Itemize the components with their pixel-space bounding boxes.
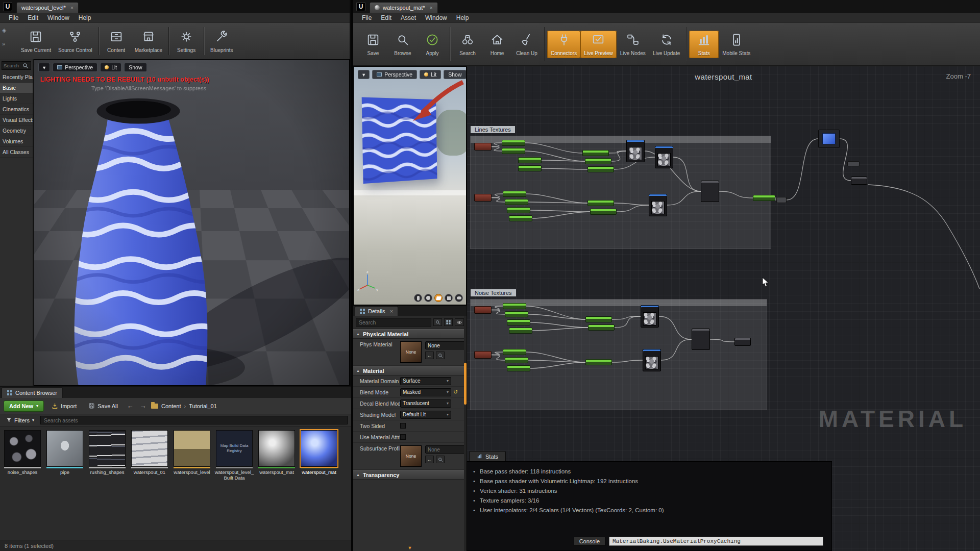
graph-node-green[interactable] — [582, 150, 609, 156]
dropdown-shading-model[interactable]: Default Lit▾ — [400, 411, 451, 419]
graph-node-tex[interactable] — [643, 349, 661, 371]
toolbar-button-mobile-stats[interactable]: Mobile Stats — [719, 31, 754, 58]
viewport-lit-button[interactable]: Lit — [100, 63, 121, 72]
toolbar-button-live-nodes[interactable]: Live Nodes — [617, 31, 649, 58]
graph-node-green[interactable] — [507, 319, 530, 325]
toolbar-button-content[interactable]: Content — [102, 28, 131, 55]
breadcrumb-path[interactable]: Tutorial_01 — [189, 403, 217, 409]
menu-asset[interactable]: Asset — [396, 13, 421, 22]
toolbar-button-settings[interactable]: Settings — [172, 28, 201, 55]
menu-window[interactable]: Window — [421, 13, 452, 22]
use-selected-icon[interactable]: ← — [425, 352, 434, 359]
asset-tile-waterspout-mat[interactable]: waterspout_mat — [257, 430, 297, 481]
console-button[interactable]: Console — [574, 537, 605, 546]
viewport-lit-button[interactable]: Lit — [420, 70, 441, 79]
sphere-shape-button[interactable] — [424, 294, 432, 302]
graph-node-green[interactable] — [502, 140, 525, 146]
plane-shape-button[interactable] — [434, 294, 443, 302]
graph-node-green[interactable] — [590, 209, 617, 215]
pin-icon[interactable]: ◈ — [2, 27, 6, 34]
checkbox-two-sided[interactable] — [400, 423, 406, 429]
graph-node-green[interactable] — [502, 148, 525, 154]
browse-to-asset-icon[interactable] — [436, 352, 445, 359]
forward-arrow-icon[interactable]: → — [138, 402, 148, 411]
tab-waterspout-level[interactable]: waterspout_level* × — [16, 2, 79, 13]
graph-node-green[interactable] — [753, 195, 775, 201]
teapot-shape-button[interactable] — [455, 294, 463, 302]
dropdown-blend-mode[interactable]: Masked▾ — [400, 388, 451, 396]
asset-search-input[interactable] — [40, 416, 348, 424]
toolbar-button-browse[interactable]: Browse — [388, 31, 418, 58]
sidebar-item-lights[interactable]: Lights — [0, 93, 33, 104]
menu-edit[interactable]: Edit — [376, 13, 396, 22]
graph-node-tex[interactable] — [641, 305, 659, 328]
tab-stats[interactable]: Stats — [469, 451, 506, 461]
browse-to-asset-icon[interactable] — [436, 456, 445, 463]
tab-content-browser[interactable]: Content Browser — [2, 387, 63, 398]
graph-node-green[interactable] — [585, 158, 611, 164]
graph-node-green[interactable] — [503, 191, 526, 197]
asset-tile-rushing-shapes[interactable]: rushing_shapes — [87, 430, 127, 481]
section-header-transparency[interactable]: ▲Transparency — [353, 470, 467, 480]
graph-node-green[interactable] — [518, 157, 542, 163]
asset-tile-waterspout-mat[interactable]: waterspout_mat — [299, 430, 339, 481]
graph-node-green[interactable] — [509, 328, 532, 334]
menu-window[interactable]: Window — [43, 13, 74, 22]
dropdown-decal-blend-mode[interactable]: Translucent▾ — [400, 399, 451, 408]
toolbar-button-stats[interactable]: Stats — [689, 31, 719, 58]
graph-node-gray[interactable] — [776, 197, 787, 203]
console-input[interactable] — [609, 537, 823, 546]
graph-node-tex[interactable] — [649, 194, 667, 216]
sidebar-item-visual-effects[interactable]: Visual Effects — [0, 115, 33, 126]
overflow-chevron-icon[interactable]: » — [2, 41, 6, 47]
asset-tile-pipe[interactable]: pipe — [45, 430, 85, 481]
checkbox-use-material-attributes[interactable] — [400, 434, 406, 440]
filters-button[interactable]: Filters ▾ — [4, 416, 37, 424]
tab-waterspout-mat[interactable]: waterspout_mat* × — [370, 2, 438, 13]
dropdown-material-domain[interactable]: Surface▾ — [400, 377, 451, 385]
graph-node-gray[interactable] — [847, 161, 860, 166]
section-header-physical-material[interactable]: ▲Physical Material — [353, 329, 467, 339]
dropdown-phys-material[interactable]: None▾ — [425, 341, 467, 349]
menu-file[interactable]: File — [357, 13, 376, 22]
graph-node-red[interactable] — [474, 143, 492, 151]
toolbar-button-live-update[interactable]: Live Update — [649, 31, 683, 58]
asset-tile-waterspout-level[interactable]: waterspout_level — [172, 430, 212, 481]
toolbar-button-connectors[interactable]: Connectors — [547, 31, 580, 58]
close-icon[interactable]: × — [70, 5, 74, 11]
graph-node-green[interactable] — [585, 359, 612, 365]
save-all-button[interactable]: Save All — [84, 400, 122, 412]
toolbar-button-live-preview[interactable]: Live Preview — [580, 31, 617, 58]
column-view-icon[interactable] — [444, 318, 453, 326]
viewport-options-button[interactable]: ▾ — [38, 63, 50, 72]
sidebar-item-recently-placed[interactable]: Recently Placed — [0, 72, 33, 83]
graph-node-green[interactable] — [587, 166, 614, 172]
graph-node-green[interactable] — [507, 207, 530, 213]
graph-node-green[interactable] — [518, 165, 542, 171]
more-content-icon[interactable]: ▼ — [408, 545, 412, 550]
graph-node-green[interactable] — [503, 303, 526, 309]
toolbar-button-apply[interactable]: Apply — [418, 31, 447, 58]
graph-node-out[interactable] — [818, 130, 840, 148]
asset-tile-noise-shapes[interactable]: noise_shapes — [3, 430, 42, 481]
viewport-show-button[interactable]: Show — [124, 63, 146, 72]
graph-node-green[interactable] — [587, 200, 614, 206]
close-icon[interactable]: × — [430, 5, 433, 11]
modes-search-input[interactable] — [2, 63, 22, 68]
close-icon[interactable]: × — [390, 308, 393, 314]
graph-node-green[interactable] — [585, 316, 612, 322]
graph-node-green[interactable] — [505, 311, 528, 317]
viewport-perspective-button[interactable]: Perspective — [53, 63, 97, 72]
section-header-material[interactable]: ▲Material — [353, 366, 467, 375]
tab-details[interactable]: Details × — [355, 306, 398, 316]
menu-edit[interactable]: Edit — [23, 13, 43, 22]
sidebar-item-cinematics[interactable]: Cinematics — [0, 104, 33, 115]
search-icon[interactable] — [433, 318, 442, 326]
toolbar-button-save-current[interactable]: Save Current — [17, 28, 55, 55]
toolbar-button-marketplace[interactable]: Marketplace — [131, 28, 166, 55]
back-arrow-icon[interactable]: ← — [126, 402, 135, 411]
sidebar-item-volumes[interactable]: Volumes — [0, 136, 33, 147]
cube-shape-button[interactable] — [445, 294, 453, 302]
toolbar-button-search[interactable]: Search — [453, 31, 482, 58]
material-preview-viewport[interactable]: z x y ▾PerspectiveLitShow — [353, 66, 467, 305]
